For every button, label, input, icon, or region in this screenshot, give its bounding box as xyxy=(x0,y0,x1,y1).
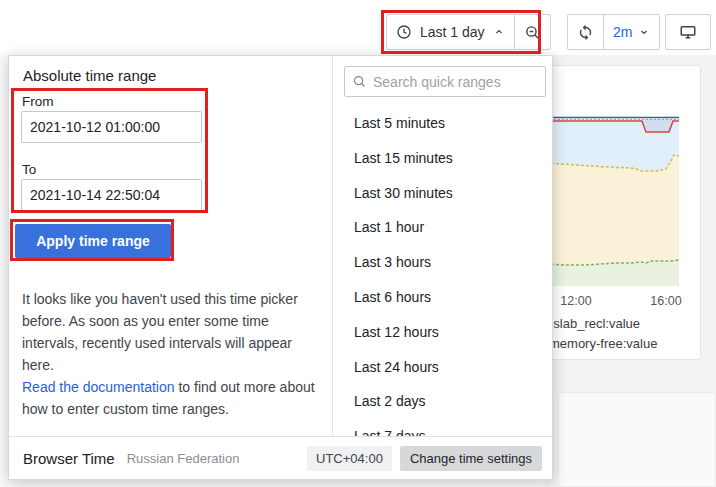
from-label: From xyxy=(22,94,54,109)
dashboard-toolbar: Last 1 day 2m xyxy=(0,0,716,55)
utc-offset-badge: UTC+04:00 xyxy=(307,446,392,471)
quick-range-last-24-hours[interactable]: Last 24 hours xyxy=(333,350,554,385)
time-range-button-group: Last 1 day xyxy=(386,14,551,50)
memory-usage-chart xyxy=(546,111,681,291)
time-zone-region: Russian Federation xyxy=(127,451,240,466)
x-tick-12: 12:00 xyxy=(560,294,591,308)
search-icon xyxy=(352,74,367,89)
search-input[interactable] xyxy=(373,74,538,90)
read-documentation-link[interactable]: Read the documentation xyxy=(22,379,175,395)
quick-range-last-3-hours[interactable]: Last 3 hours xyxy=(333,245,554,280)
time-picker-dropdown: Absolute time range From To Apply time r… xyxy=(8,55,553,480)
browser-time-label: Browser Time xyxy=(23,450,115,467)
absolute-time-range-section: Absolute time range From To Apply time r… xyxy=(9,56,332,438)
zoom-out-time-button[interactable] xyxy=(514,15,550,49)
quick-range-last-6-hours[interactable]: Last 6 hours xyxy=(333,280,554,315)
time-picker-hint: It looks like you haven't used this time… xyxy=(22,288,322,420)
refresh-button-group: 2m xyxy=(567,14,660,50)
clock-icon xyxy=(396,24,412,40)
refresh-icon xyxy=(577,24,594,41)
legend-item-memory-free[interactable]: memory-free:value xyxy=(549,334,657,354)
time-range-picker-button[interactable]: Last 1 day xyxy=(387,15,514,49)
to-input[interactable] xyxy=(21,179,202,211)
hint-text: It looks like you haven't used this time… xyxy=(22,291,298,373)
refresh-interval-dropdown[interactable]: 2m xyxy=(603,15,659,49)
zoom-out-icon xyxy=(524,24,541,41)
refresh-button[interactable] xyxy=(568,15,603,49)
monitor-icon xyxy=(679,23,697,41)
kiosk-mode-button[interactable] xyxy=(665,14,711,50)
quick-ranges-search[interactable] xyxy=(344,66,546,97)
quick-range-last-5-minutes[interactable]: Last 5 minutes xyxy=(333,106,554,141)
from-input[interactable] xyxy=(21,111,202,143)
quick-range-last-30-minutes[interactable]: Last 30 minutes xyxy=(333,176,554,211)
x-tick-16: 16:00 xyxy=(650,294,681,308)
chevron-up-icon xyxy=(493,26,505,38)
monitor-icon-wrap xyxy=(670,15,706,49)
quick-ranges-section: Last 5 minutes Last 15 minutes Last 30 m… xyxy=(333,56,554,438)
chevron-down-icon xyxy=(638,26,650,38)
quick-range-last-1-hour[interactable]: Last 1 hour xyxy=(333,210,554,245)
quick-range-last-12-hours[interactable]: Last 12 hours xyxy=(333,315,554,350)
chart-legend: -slab_recl:value memory-free:value xyxy=(549,314,657,354)
quick-range-last-2-days[interactable]: Last 2 days xyxy=(333,384,554,419)
time-zone-footer: Browser Time Russian Federation UTC+04:0… xyxy=(9,436,552,479)
refresh-interval-value: 2m xyxy=(613,24,632,40)
absolute-time-range-heading: Absolute time range xyxy=(23,67,156,84)
memory-graph-panel: 12:00 16:00 -slab_recl:value memory-free… xyxy=(545,65,701,360)
legend-item-slab-recl[interactable]: -slab_recl:value xyxy=(549,314,657,334)
quick-ranges-list: Last 5 minutes Last 15 minutes Last 30 m… xyxy=(333,106,554,438)
quick-range-last-15-minutes[interactable]: Last 15 minutes xyxy=(333,141,554,176)
time-range-label: Last 1 day xyxy=(420,24,485,40)
change-time-settings-button[interactable]: Change time settings xyxy=(400,446,542,471)
apply-time-range-button[interactable]: Apply time range xyxy=(15,224,171,258)
to-label: To xyxy=(22,162,36,177)
dashboard-panel-below xyxy=(558,392,716,487)
